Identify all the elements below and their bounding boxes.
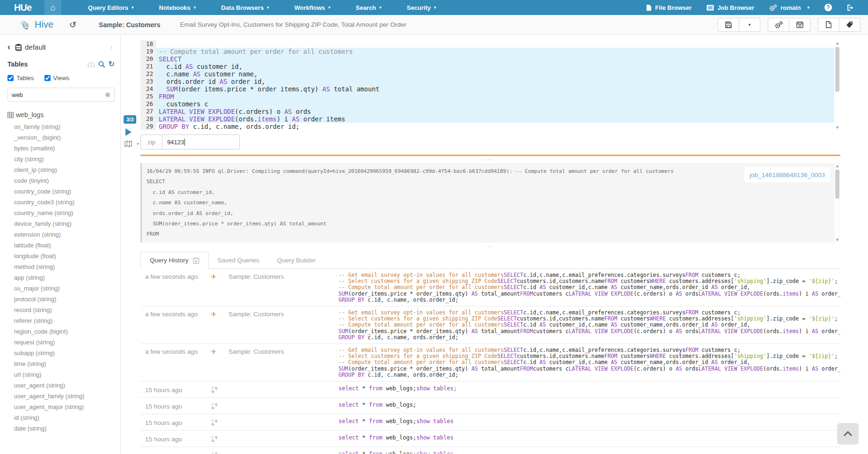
column-item[interactable]: user_agent_major (string)	[14, 402, 115, 412]
views-checkbox[interactable]: Views	[44, 74, 69, 82]
history-query-code[interactable]: -- Get email survey opt-in values for al…	[338, 310, 840, 341]
column-item[interactable]: device_family (string)	[14, 218, 115, 229]
job-browser-link[interactable]: Job Browser	[706, 4, 754, 11]
editor-line[interactable]: 22 c.name AS customer_name,	[140, 70, 840, 78]
editor-line[interactable]: 23 ords.order_id AS order_id,	[140, 78, 840, 85]
calendar-x-icon[interactable]	[193, 257, 199, 264]
nav-menu-item[interactable]: Search ▾	[343, 0, 394, 15]
history-query-name[interactable]	[228, 451, 338, 452]
nav-menu-item[interactable]: Workflows ▾	[282, 0, 343, 15]
editor-line[interactable]: 18	[140, 40, 840, 48]
statement-counter-badge[interactable]: 3/3	[124, 115, 136, 124]
history-resize-handle[interactable]: ⋯	[140, 243, 840, 250]
history-row[interactable]: 15 hours ago ✈ select * from web_logs;sh…	[140, 381, 840, 398]
document-title[interactable]: Sample: Customers	[99, 21, 160, 29]
tag-button[interactable]	[839, 18, 861, 32]
column-item[interactable]: country_name (string)	[14, 208, 115, 218]
editor-line[interactable]: 26 customers c	[140, 100, 840, 108]
column-item[interactable]: extension (string)	[14, 229, 115, 240]
nav-menu-item[interactable]: Notebooks ▾	[147, 0, 209, 15]
save-dropdown-button[interactable]: ▾	[739, 18, 760, 32]
history-query-code[interactable]: -- Get email survey opt-in values for al…	[338, 272, 840, 303]
database-name[interactable]: default	[25, 43, 46, 51]
scroll-up-icon[interactable]: ▲	[835, 163, 839, 169]
editor-scrollbar[interactable]: ▲ ▼	[834, 40, 840, 130]
tables-checkbox[interactable]: Tables	[7, 74, 34, 82]
scroll-up-icon[interactable]: ▲	[835, 40, 839, 46]
history-query-code[interactable]: -- Get email survey opt-in values for al…	[338, 347, 840, 378]
hue-logo[interactable]: HUe	[14, 0, 31, 15]
editor-line[interactable]: 27 LATERAL VIEW EXPLODE(c.orders) o AS o…	[140, 108, 840, 115]
column-item[interactable]: city (string)	[14, 154, 115, 164]
help-button[interactable]: ?	[824, 4, 832, 11]
column-item[interactable]: id (string)	[14, 412, 115, 423]
table-filter-input[interactable]	[12, 91, 105, 98]
column-item[interactable]: longitude (float)	[14, 251, 115, 261]
column-item[interactable]: user_agent_family (string)	[14, 391, 115, 402]
history-tab[interactable]: Query Builder	[268, 252, 325, 268]
history-row[interactable]: a few seconds ago ✈ Sample: Customers --…	[140, 269, 840, 306]
navigator-button[interactable]: ▾	[125, 141, 139, 147]
back-icon[interactable]: ‹	[7, 42, 10, 52]
column-item[interactable]: os_major (string)	[14, 283, 115, 294]
column-item[interactable]: client_ip (string)	[14, 164, 115, 175]
scrollbar-thumb[interactable]	[835, 170, 839, 199]
column-item[interactable]: time (string)	[14, 358, 115, 369]
home-button[interactable]: ⌂	[44, 0, 61, 15]
history-tab[interactable]: Query History	[140, 252, 209, 269]
app-title[interactable]: Hive	[35, 19, 53, 30]
history-query-name[interactable]: Sample: Customers	[228, 272, 338, 280]
history-query-name[interactable]	[228, 402, 338, 403]
history-query-code[interactable]: select * from web_logs;show tables;	[338, 386, 840, 392]
history-row[interactable]: 15 hours ago ✈ select * from web_logs;sh…	[140, 447, 840, 454]
user-menu[interactable]: romain ▾	[769, 4, 809, 11]
logout-button[interactable]	[847, 4, 854, 11]
editor-line[interactable]: 21 c.id AS customer_id,	[140, 63, 840, 70]
column-item[interactable]: method (string)	[14, 261, 115, 272]
column-item[interactable]: country_code3 (string)	[14, 197, 115, 208]
variable-input[interactable]: zip 94123	[140, 134, 240, 149]
column-item[interactable]: date (string)	[14, 423, 115, 434]
log-resize-handle[interactable]: ⋯	[140, 156, 840, 163]
editor-line[interactable]: 25 FROM	[140, 93, 840, 100]
table-item-web-logs[interactable]: web_logs	[7, 111, 115, 119]
column-item[interactable]: region_code (bigint)	[14, 326, 115, 337]
history-query-name[interactable]	[228, 435, 338, 436]
refresh-icon[interactable]: ↻	[109, 60, 115, 68]
sql-editor[interactable]: ▲ ▼ 18 19 -- Compute total amount per or…	[140, 40, 840, 130]
column-item[interactable]: request (string)	[14, 337, 115, 348]
column-item[interactable]: latitude (float)	[14, 240, 115, 251]
schedule-button[interactable]	[789, 18, 810, 32]
column-item[interactable]: os_family (string)	[14, 121, 115, 132]
history-row[interactable]: 15 hours ago ✈ select * from web_logs;sh…	[140, 414, 840, 431]
search-tables-button[interactable]	[98, 61, 105, 68]
history-query-name[interactable]: Sample: Customers	[228, 347, 338, 355]
column-item[interactable]: bytes (smallint)	[14, 143, 115, 154]
editor-line[interactable]: 24 SUM(order_items.price * order_items.q…	[140, 85, 840, 93]
column-item[interactable]: subapp (string)	[14, 348, 115, 358]
scroll-to-top-button[interactable]	[837, 423, 859, 445]
column-item[interactable]: record (string)	[14, 305, 115, 315]
log-scrollbar[interactable]: ▲ ▼	[834, 163, 840, 243]
column-item[interactable]: app (string)	[14, 272, 115, 283]
new-query-button[interactable]	[818, 18, 839, 32]
editor-line[interactable]: 20 SELECT	[140, 55, 840, 63]
history-query-code[interactable]: select * from web_logs;show tables	[338, 451, 840, 454]
column-item[interactable]: user_agent (string)	[14, 380, 115, 391]
column-item[interactable]: referer (string)	[14, 315, 115, 326]
column-item[interactable]: protocol (string)	[14, 294, 115, 305]
history-row[interactable]: a few seconds ago ✈ Sample: Customers --…	[140, 344, 840, 381]
file-browser-link[interactable]: File Browser	[646, 4, 691, 11]
history-query-code[interactable]: select * from web_logs;show tables	[338, 418, 840, 424]
collapse-sidebar-icon[interactable]: ‹	[110, 43, 113, 52]
history-row[interactable]: a few seconds ago ✈ Sample: Customers --…	[140, 306, 840, 344]
scroll-down-icon[interactable]: ▼	[835, 237, 839, 243]
history-query-code[interactable]: select * from web_logs;show tables	[338, 435, 840, 441]
history-query-name[interactable]	[228, 386, 338, 387]
query-history-icon[interactable]: ↺	[69, 20, 76, 30]
column-item[interactable]: country_code (string)	[14, 186, 115, 197]
column-item[interactable]: code (tinyint)	[14, 175, 115, 186]
editor-line[interactable]: 29 GROUP BY c.id, c.name, ords.order_id;	[140, 123, 840, 130]
column-item[interactable]: url (string)	[14, 369, 115, 380]
nav-menu-item[interactable]: Data Browsers ▾	[208, 0, 282, 15]
